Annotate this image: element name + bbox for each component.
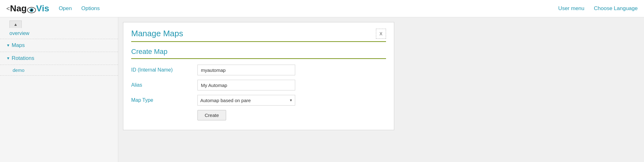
logo-nag: Nag <box>10 3 27 14</box>
alias-row: Alias <box>131 80 386 90</box>
id-input[interactable] <box>197 65 295 75</box>
content-area: Manage Maps X Create Map ID (Internal Na… <box>118 17 644 162</box>
user-menu-link[interactable]: User menu <box>558 5 584 12</box>
section-divider <box>131 58 386 59</box>
map-type-select[interactable]: Automap based on pare Regular map Dynami… <box>197 95 295 106</box>
create-map-form: ID (Internal Name) Alias Map Type Automa… <box>131 65 386 120</box>
dialog-title: Manage Maps <box>131 29 183 38</box>
top-right-nav: User menu Choose Language <box>558 5 638 12</box>
logo-less: < <box>6 5 10 12</box>
logo-vis: Vis <box>36 3 50 14</box>
dialog-title-row: Manage Maps X <box>131 29 386 39</box>
options-nav-link[interactable]: Options <box>81 5 100 12</box>
id-row: ID (Internal Name) <box>131 65 386 75</box>
id-label: ID (Internal Name) <box>131 67 191 73</box>
logo[interactable]: < Nag Vis <box>6 3 49 14</box>
maps-arrow-icon: ▼ <box>6 43 10 48</box>
open-nav-link[interactable]: Open <box>59 5 72 12</box>
alias-input[interactable] <box>197 80 295 90</box>
sidebar-rotations-label: Rotations <box>12 55 34 61</box>
logo-eye-icon <box>27 5 36 12</box>
top-nav: Open Options <box>59 5 100 12</box>
create-button-row: Create <box>131 110 386 120</box>
sidebar-section-rotations[interactable]: ▼ Rotations <box>0 52 118 65</box>
title-divider <box>131 41 386 42</box>
sidebar: ▲ overview ▼ Maps ▼ Rotations demo <box>0 17 118 162</box>
sidebar-item-demo[interactable]: demo <box>0 65 118 76</box>
map-type-select-wrapper: Automap based on pare Regular map Dynami… <box>197 95 295 106</box>
rotations-arrow-icon: ▼ <box>6 56 10 61</box>
map-type-row: Map Type Automap based on pare Regular m… <box>131 95 386 106</box>
close-button[interactable]: X <box>376 29 386 39</box>
sidebar-item-overview[interactable]: overview <box>0 28 118 39</box>
choose-language-link[interactable]: Choose Language <box>594 5 638 12</box>
create-button[interactable]: Create <box>197 110 226 120</box>
sidebar-tab[interactable]: ▲ <box>9 20 22 28</box>
alias-label: Alias <box>131 82 191 88</box>
sidebar-section-maps[interactable]: ▼ Maps <box>0 39 118 52</box>
svg-point-3 <box>30 9 31 10</box>
main-layout: ▲ overview ▼ Maps ▼ Rotations demo Manag… <box>0 17 644 162</box>
topbar: < Nag Vis Open Options User menu Choose … <box>0 0 644 17</box>
sidebar-maps-label: Maps <box>12 42 25 49</box>
map-type-label: Map Type <box>131 97 191 103</box>
create-map-section-title: Create Map <box>131 48 386 56</box>
manage-maps-panel: Manage Maps X Create Map ID (Internal Na… <box>123 22 394 130</box>
